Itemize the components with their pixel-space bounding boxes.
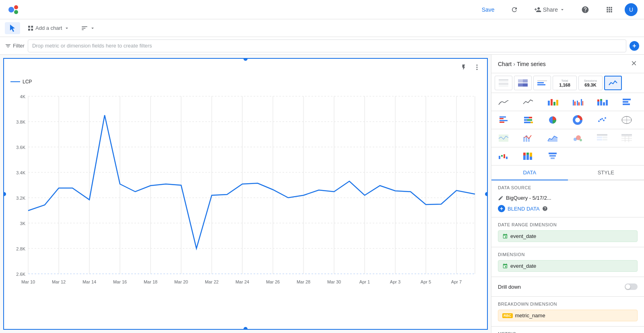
svg-rect-96 <box>530 122 533 123</box>
metric-label: Metric <box>498 331 638 333</box>
ct-stacked-bar[interactable] <box>593 95 611 109</box>
add-collaborator-button[interactable]: Share <box>529 4 570 16</box>
svg-rect-107 <box>499 134 508 142</box>
svg-rect-88 <box>500 118 504 119</box>
datasource-value: BigQuery - 5/17/2... <box>506 195 551 201</box>
drill-down-toggle[interactable] <box>625 283 638 290</box>
svg-rect-130 <box>523 153 526 155</box>
svg-text:3.2K: 3.2K <box>16 196 25 201</box>
svg-rect-118 <box>603 139 607 141</box>
apps-button[interactable] <box>601 3 618 16</box>
svg-text:3.8K: 3.8K <box>16 120 25 124</box>
svg-rect-73 <box>574 101 576 105</box>
svg-rect-79 <box>597 99 599 101</box>
help-button[interactable] <box>576 3 594 16</box>
dimension-section: Dimension event_date <box>491 247 644 277</box>
svg-rect-126 <box>501 155 503 157</box>
svg-rect-84 <box>623 99 631 100</box>
svg-rect-59 <box>499 83 508 85</box>
ct-table2[interactable] <box>618 131 636 145</box>
ct-horizontal-bar[interactable] <box>618 95 636 109</box>
svg-text:Apr 3: Apr 3 <box>390 279 400 284</box>
save-button[interactable]: Save <box>477 4 500 15</box>
ct-donut[interactable] <box>569 113 586 127</box>
blend-data-label[interactable]: BLEND DATA <box>508 206 540 212</box>
ct-geo[interactable] <box>495 131 512 145</box>
svg-rect-91 <box>524 117 529 118</box>
refresh-button[interactable] <box>506 4 523 16</box>
svg-point-9 <box>477 69 478 70</box>
ct-waterfall[interactable] <box>495 149 512 163</box>
panel-close-button[interactable] <box>630 60 638 68</box>
drill-down-row: Drill down <box>498 282 638 292</box>
blend-data-icon: + <box>498 205 505 212</box>
chart-type-table-grouped[interactable] <box>495 76 512 90</box>
chart-svg: 4K 3.8K 3.6K 3.4K 3.2K 3K 2.8K 2.6K <box>10 86 481 292</box>
svg-rect-87 <box>500 116 506 118</box>
date-range-chip[interactable]: event_date <box>498 230 638 242</box>
ct-map[interactable] <box>618 113 636 127</box>
data-source-section: Data source BigQuery - 5/17/2... + BLEND… <box>491 180 644 217</box>
ct-h-stacked[interactable] <box>519 113 537 127</box>
datasource-row: BigQuery - 5/17/2... <box>498 193 638 203</box>
svg-rect-80 <box>600 101 602 105</box>
tab-data[interactable]: DATA <box>491 165 568 180</box>
svg-rect-90 <box>500 122 504 123</box>
resize-handle-right[interactable] <box>485 192 488 196</box>
ct-grouped-bar[interactable] <box>569 95 586 109</box>
chart-type-scorecard-total[interactable]: Total 1,168 <box>553 76 577 90</box>
cursor-tool[interactable] <box>5 22 20 34</box>
ct-bar[interactable] <box>544 95 561 109</box>
ct-funnel[interactable] <box>544 149 561 163</box>
svg-point-0 <box>8 7 14 12</box>
svg-point-99 <box>598 120 600 122</box>
chart-type-scorecard-sessions[interactable]: Sessions 69.3K <box>578 76 603 90</box>
controls-button[interactable] <box>77 22 99 34</box>
ct-table-pivot[interactable] <box>593 131 611 145</box>
svg-rect-70 <box>553 102 555 105</box>
avatar[interactable]: U <box>625 3 638 16</box>
svg-text:Mar 18: Mar 18 <box>144 279 157 284</box>
date-range-value: event_date <box>510 233 536 239</box>
chart-type-table-bar[interactable] <box>533 76 551 90</box>
add-filter-button[interactable]: + <box>630 41 639 51</box>
topbar: Save Share U <box>0 0 644 19</box>
breakdown-section: Breakdown Dimension RBC metric_name <box>491 297 644 327</box>
chart-type-row3 <box>491 111 644 129</box>
chart-type-row5 <box>491 147 644 165</box>
breakdown-chip[interactable]: RBC metric_name <box>498 310 638 321</box>
filter-drop-zone[interactable]: Drop metric or dimension fields here to … <box>28 39 626 52</box>
legend-label: LCP <box>23 79 32 85</box>
dimension-chip[interactable]: event_date <box>498 260 638 272</box>
legend-line <box>10 81 20 82</box>
svg-rect-136 <box>549 155 556 157</box>
svg-rect-62 <box>523 79 528 83</box>
date-range-label: Date Range Dimension <box>498 222 638 227</box>
ct-area[interactable] <box>544 131 561 145</box>
ct-line2[interactable] <box>519 95 537 109</box>
topbar-left <box>6 2 21 17</box>
svg-rect-68 <box>548 101 550 105</box>
chart-type-row4 <box>491 129 644 147</box>
svg-rect-127 <box>504 154 505 158</box>
ct-h-grouped[interactable] <box>495 113 512 127</box>
svg-rect-64 <box>523 83 528 87</box>
svg-rect-95 <box>524 122 530 123</box>
chart-lightning-button[interactable] <box>459 62 469 74</box>
ct-scatter[interactable] <box>593 113 611 127</box>
ct-bar-line[interactable] <box>519 131 537 145</box>
dimension-value: event_date <box>510 263 536 269</box>
ct-100-stacked[interactable] <box>519 149 537 163</box>
chart-more-button[interactable] <box>472 62 482 74</box>
svg-point-7 <box>477 64 478 66</box>
chart-type-timeseries-selected[interactable] <box>604 76 622 90</box>
svg-rect-92 <box>529 117 532 118</box>
tab-style[interactable]: STYLE <box>568 165 644 180</box>
ct-smooth-line[interactable] <box>495 95 512 109</box>
chart-type-table-heatmap[interactable] <box>514 76 532 90</box>
ct-pie[interactable] <box>544 113 561 127</box>
resize-handle-bottom[interactable] <box>244 327 248 330</box>
toggle-knob <box>625 284 630 289</box>
ct-bubble[interactable] <box>569 131 586 145</box>
add-chart-button[interactable]: Add a chart <box>23 23 74 34</box>
